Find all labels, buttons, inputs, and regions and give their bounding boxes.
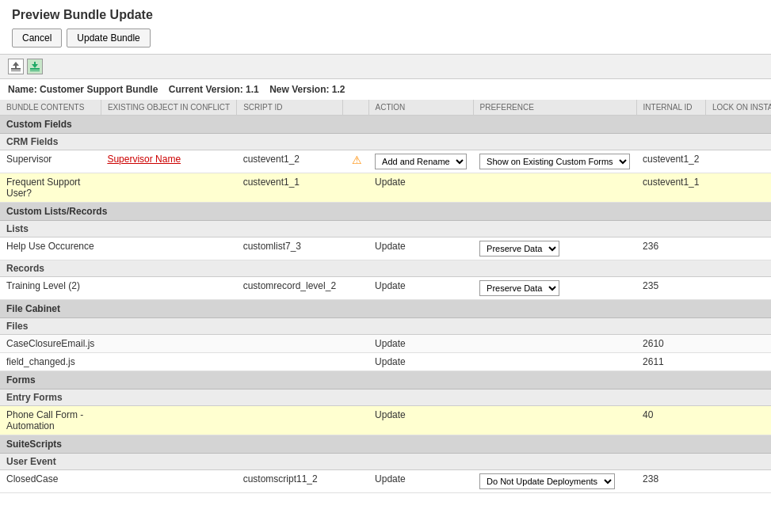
action-cell: Update bbox=[368, 277, 473, 300]
table-row: Help Use Occurencecustomlist7_3UpdatePre… bbox=[0, 238, 771, 260]
table-row: Training Level (2)customrecord_level_2Up… bbox=[0, 277, 771, 300]
warning-cell bbox=[342, 406, 368, 435]
section-row: SuiteScripts bbox=[0, 435, 771, 454]
lock-cell bbox=[705, 353, 771, 371]
table-row: SupervisorSupervisor Namecustevent1_2⚠Ad… bbox=[0, 150, 771, 173]
svg-rect-4 bbox=[30, 70, 40, 71]
preference-cell[interactable]: Do Not Update Deployments bbox=[473, 470, 636, 493]
section-row: Custom Fields bbox=[0, 116, 771, 134]
main-table: BUNDLE CONTENTS EXISTING OBJECT IN CONFL… bbox=[0, 100, 771, 493]
subsection-row: User Event bbox=[0, 454, 771, 470]
action-cell[interactable]: Add and Rename bbox=[368, 150, 473, 173]
bundle-version-value: 1.1 bbox=[246, 84, 259, 95]
table-row: Phone Call Form - AutomationUpdate40 bbox=[0, 406, 771, 435]
internal-id-cell: 238 bbox=[636, 470, 705, 493]
header-lock: LOCK ON INSTALL bbox=[705, 100, 771, 116]
action-select[interactable]: Add and Rename bbox=[375, 154, 467, 169]
warning-cell bbox=[342, 173, 368, 203]
preference-select[interactable]: Preserve Data bbox=[479, 280, 559, 296]
bundle-contents-cell: Phone Call Form - Automation bbox=[0, 406, 101, 435]
script-id-cell: customlist7_3 bbox=[237, 238, 342, 260]
subsection-row: Entry Forms bbox=[0, 390, 771, 406]
action-cell: Update bbox=[368, 238, 473, 260]
existing-conflict-cell bbox=[101, 470, 236, 493]
script-id-cell: custevent1_2 bbox=[237, 150, 342, 173]
svg-marker-5 bbox=[32, 62, 38, 68]
action-cell: Update bbox=[368, 173, 473, 203]
lock-cell bbox=[705, 238, 771, 260]
lock-cell bbox=[705, 470, 771, 493]
bundle-contents-cell: Supervisor bbox=[0, 150, 101, 173]
subsection-row: Records bbox=[0, 260, 771, 277]
warning-cell bbox=[342, 335, 368, 353]
header-warning bbox=[342, 100, 368, 116]
script-id-cell bbox=[237, 353, 342, 371]
svg-rect-0 bbox=[11, 68, 21, 70]
existing-conflict-cell bbox=[101, 238, 236, 260]
preference-select[interactable]: Do Not Update Deployments bbox=[479, 473, 615, 489]
bundle-contents-cell: CaseClosureEmail.js bbox=[0, 335, 101, 353]
internal-id-cell: 2611 bbox=[636, 353, 705, 371]
header-existing-conflict: EXISTING OBJECT IN CONFLICT bbox=[101, 100, 236, 116]
preference-select[interactable]: Preserve Data bbox=[479, 241, 559, 256]
internal-id-cell: 40 bbox=[636, 406, 705, 435]
header-preference: PREFERENCE bbox=[473, 100, 636, 116]
preference-cell[interactable]: Show on Existing Custom Forms bbox=[473, 150, 636, 173]
import-icon[interactable] bbox=[27, 59, 43, 74]
warning-cell bbox=[342, 238, 368, 260]
script-id-cell: customscript11_2 bbox=[237, 470, 342, 493]
table-row: field_changed.jsUpdate2611 bbox=[0, 353, 771, 371]
lock-cell bbox=[705, 406, 771, 435]
internal-id-cell: 236 bbox=[636, 238, 705, 260]
script-id-cell: customrecord_level_2 bbox=[237, 277, 342, 300]
preference-select[interactable]: Show on Existing Custom Forms bbox=[479, 154, 630, 169]
update-bundle-button[interactable]: Update Bundle bbox=[67, 28, 150, 48]
existing-conflict-cell bbox=[101, 335, 236, 353]
preference-cell bbox=[473, 173, 636, 203]
header-bundle-contents: BUNDLE CONTENTS bbox=[0, 100, 101, 116]
internal-id-cell: custevent1_1 bbox=[636, 173, 705, 203]
existing-conflict-cell bbox=[101, 406, 236, 435]
bundle-info: Name: Customer Support Bundle Current Ve… bbox=[0, 79, 771, 100]
bundle-version-label: Current Version: bbox=[169, 84, 243, 95]
bundle-contents-cell: Frequent Support User? bbox=[0, 173, 101, 203]
warning-cell bbox=[342, 470, 368, 493]
subsection-row: Lists bbox=[0, 221, 771, 238]
bundle-contents-cell: Training Level (2) bbox=[0, 277, 101, 300]
page-header: Preview Bundle Update Cancel Update Bund… bbox=[0, 0, 771, 55]
table-row: Frequent Support User?custevent1_1Update… bbox=[0, 173, 771, 203]
action-cell: Update bbox=[368, 353, 473, 371]
cancel-button[interactable]: Cancel bbox=[12, 28, 62, 48]
preference-cell[interactable]: Preserve Data bbox=[473, 277, 636, 300]
internal-id-cell: custevent1_2 bbox=[636, 150, 705, 173]
bundle-contents-cell: field_changed.js bbox=[0, 353, 101, 371]
existing-conflict-link[interactable]: Supervisor Name bbox=[107, 154, 181, 165]
warning-cell bbox=[342, 353, 368, 371]
table-row: CaseClosureEmail.jsUpdate2610 bbox=[0, 335, 771, 353]
preference-cell bbox=[473, 353, 636, 371]
table-container: BUNDLE CONTENTS EXISTING OBJECT IN CONFL… bbox=[0, 100, 771, 519]
preference-cell[interactable]: Preserve Data bbox=[473, 238, 636, 260]
bundle-name-label: Name: bbox=[8, 84, 37, 95]
subsection-row: CRM Fields bbox=[0, 134, 771, 150]
warning-icon: ⚠ bbox=[352, 154, 362, 166]
warning-cell: ⚠ bbox=[342, 150, 368, 173]
bundle-name-value: Customer Support Bundle bbox=[40, 84, 158, 95]
section-row: Forms bbox=[0, 371, 771, 390]
script-id-cell: custevent1_1 bbox=[237, 173, 342, 203]
existing-conflict-cell bbox=[101, 353, 236, 371]
action-cell: Update bbox=[368, 406, 473, 435]
internal-id-cell: 235 bbox=[636, 277, 705, 300]
existing-conflict-cell[interactable]: Supervisor Name bbox=[101, 150, 236, 173]
section-row: Custom Lists/Records bbox=[0, 203, 771, 221]
subsection-row: Files bbox=[0, 318, 771, 335]
bundle-new-version-value: 1.2 bbox=[332, 84, 345, 95]
export-icon[interactable] bbox=[8, 59, 24, 74]
header-action: ACTION bbox=[368, 100, 473, 116]
svg-rect-3 bbox=[30, 68, 40, 70]
action-cell: Update bbox=[368, 470, 473, 493]
table-row: ClosedCasecustomscript11_2UpdateDo Not U… bbox=[0, 470, 771, 493]
preference-cell bbox=[473, 335, 636, 353]
action-cell: Update bbox=[368, 335, 473, 353]
lock-cell bbox=[705, 277, 771, 300]
